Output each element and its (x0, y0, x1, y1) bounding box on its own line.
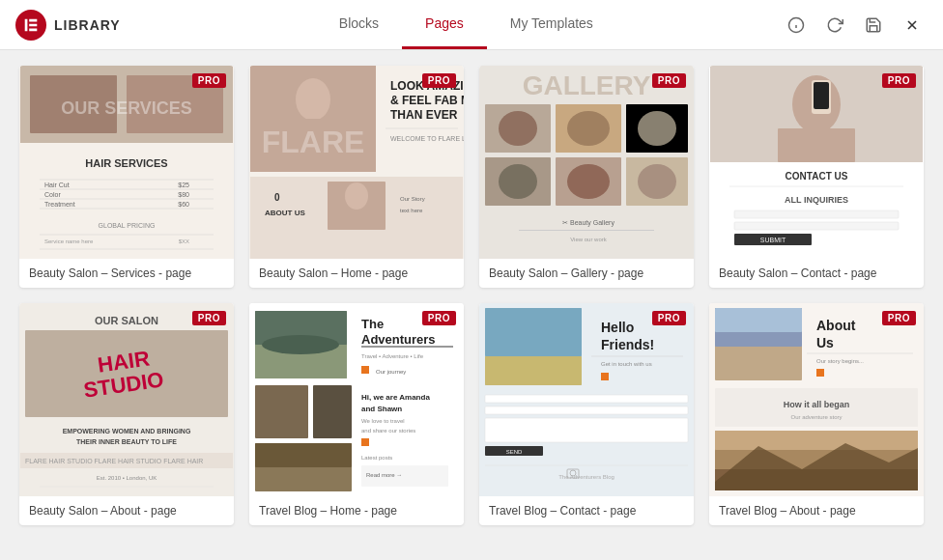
tab-pages[interactable]: Pages (402, 0, 487, 49)
svg-text:✂ Beauty Gallery: ✂ Beauty Gallery (562, 219, 614, 227)
svg-text:The: The (361, 317, 384, 331)
svg-point-51 (499, 111, 537, 146)
pro-badge: PRO (422, 311, 456, 325)
svg-text:and Shawn: and Shawn (361, 405, 402, 413)
svg-text:Our adventure story: Our adventure story (790, 414, 842, 420)
template-card-beauty-contact[interactable]: CONTACT US ALL INQUIRIES SUBMIT PRO Beau… (709, 66, 924, 288)
header-tabs: Blocks Pages My Templates (152, 0, 781, 49)
header-actions (781, 10, 928, 41)
tab-blocks[interactable]: Blocks (316, 0, 402, 49)
svg-rect-111 (485, 308, 582, 356)
pro-badge: PRO (422, 73, 456, 88)
svg-text:Hair Cut: Hair Cut (44, 182, 70, 188)
svg-text:GALLERY: GALLERY (523, 70, 651, 100)
svg-text:ABOUT US: ABOUT US (265, 209, 305, 217)
refresh-icon (826, 16, 843, 34)
svg-text:Adventurers: Adventurers (361, 332, 436, 347)
svg-rect-118 (485, 395, 688, 403)
svg-text:Hello: Hello (601, 320, 634, 335)
thumbnail-svg: CONTACT US ALL INQUIRIES SUBMIT (709, 66, 924, 259)
svg-text:About: About (816, 318, 856, 333)
svg-text:GLOBAL PRICING: GLOBAL PRICING (99, 222, 156, 229)
thumbnail-svg: About Us Our story begins... How it all … (709, 303, 924, 496)
svg-text:THAN EVER: THAN EVER (390, 108, 458, 122)
svg-text:Read more →: Read more → (366, 472, 402, 478)
svg-rect-135 (816, 369, 824, 377)
svg-text:Our Story: Our Story (400, 196, 425, 202)
pro-badge: PRO (192, 311, 226, 325)
pro-badge: PRO (882, 73, 916, 88)
svg-text:View our work: View our work (570, 237, 608, 242)
svg-rect-83 (20, 468, 233, 496)
logo: LIBRARY (15, 10, 121, 41)
logo-text: LIBRARY (54, 17, 121, 33)
svg-text:CONTACT US: CONTACT US (786, 171, 848, 182)
svg-text:& FEEL FAB MORE: & FEEL FAB MORE (390, 94, 464, 107)
app-container: LIBRARY Blocks Pages My Templates (0, 0, 943, 560)
svg-point-54 (499, 164, 537, 199)
thumbnail-travel-about: About Us Our story begins... How it all … (709, 303, 924, 496)
svg-text:0: 0 (274, 192, 280, 203)
template-card-beauty-home[interactable]: LOOK AMAZING & FEEL FAB MORE THAN EVER W… (249, 66, 464, 288)
content-area[interactable]: OUR SERVICES HAIR SERVICES Hair Cut $25 … (0, 50, 943, 560)
svg-rect-112 (485, 356, 582, 385)
svg-rect-103 (361, 438, 369, 446)
svg-rect-98 (313, 385, 352, 438)
svg-text:$80: $80 (178, 191, 189, 198)
pro-badge: PRO (652, 73, 686, 88)
svg-point-56 (638, 164, 676, 199)
svg-text:$XX: $XX (179, 238, 189, 244)
svg-text:Our journey: Our journey (376, 369, 406, 375)
template-label: Beauty Salon – About - page (19, 496, 234, 525)
svg-text:text here: text here (400, 208, 423, 213)
svg-text:Hi, we are Amanda: Hi, we are Amanda (361, 393, 430, 402)
info-button[interactable] (781, 10, 812, 41)
svg-text:Our story begins...: Our story begins... (816, 358, 864, 364)
svg-text:OUR SERVICES: OUR SERVICES (61, 98, 192, 118)
elementor-icon (22, 16, 40, 34)
svg-rect-70 (734, 222, 899, 230)
svg-text:How it all began: How it all began (784, 400, 850, 409)
save-button[interactable] (858, 10, 889, 41)
svg-text:Get in touch with us: Get in touch with us (601, 361, 652, 367)
thumbnail-svg: The Adventurers Travel • Adventure • Lif… (249, 303, 464, 496)
svg-rect-63 (778, 128, 855, 162)
template-card-travel-home[interactable]: The Adventurers Travel • Adventure • Lif… (249, 303, 464, 525)
template-card-beauty-services[interactable]: OUR SERVICES HAIR SERVICES Hair Cut $25 … (19, 66, 234, 288)
svg-text:Travel • Adventure • Life: Travel • Adventure • Life (361, 353, 424, 359)
thumbnail-beauty-contact: CONTACT US ALL INQUIRIES SUBMIT PRO (709, 66, 924, 259)
refresh-button[interactable] (819, 10, 850, 41)
svg-point-90 (262, 335, 339, 354)
svg-text:SEND: SEND (506, 449, 523, 455)
template-card-beauty-about[interactable]: OUR SALON HAIR STUDIO EMPOWERING WOMEN A… (19, 303, 234, 525)
svg-text:THEIR INNER BEAUTY TO LIFE: THEIR INNER BEAUTY TO LIFE (76, 438, 177, 445)
svg-rect-95 (361, 366, 369, 374)
thumbnail-svg: Hello Friends! Get in touch with us SEND (479, 303, 694, 496)
svg-text:Us: Us (816, 335, 834, 350)
svg-rect-105 (255, 443, 352, 467)
svg-text:ALL INQUIRIES: ALL INQUIRIES (785, 195, 848, 205)
svg-text:Friends!: Friends! (601, 337, 654, 352)
thumbnail-svg: OUR SALON HAIR STUDIO EMPOWERING WOMEN A… (19, 303, 234, 496)
template-card-travel-contact[interactable]: Hello Friends! Get in touch with us SEND (479, 303, 694, 525)
svg-rect-65 (814, 82, 829, 109)
thumbnail-svg: LOOK AMAZING & FEEL FAB MORE THAN EVER W… (249, 66, 464, 259)
svg-text:$25: $25 (178, 182, 189, 188)
thumbnail-beauty-home: LOOK AMAZING & FEEL FAB MORE THAN EVER W… (249, 66, 464, 259)
svg-text:Treatment: Treatment (44, 201, 75, 208)
template-card-travel-about[interactable]: About Us Our story begins... How it all … (709, 303, 924, 525)
template-label: Beauty Salon – Services - page (19, 259, 234, 288)
thumbnail-beauty-gallery: GALLERY (479, 66, 694, 259)
svg-point-28 (296, 78, 330, 121)
template-card-beauty-gallery[interactable]: GALLERY (479, 66, 694, 288)
template-label: Beauty Salon – Gallery - page (479, 259, 694, 288)
svg-text:FLARE: FLARE (262, 125, 365, 159)
info-icon (787, 16, 805, 34)
logo-icon (15, 10, 46, 41)
svg-rect-97 (255, 385, 308, 438)
tab-my-templates[interactable]: My Templates (487, 0, 616, 49)
svg-rect-120 (485, 418, 688, 442)
svg-text:Latest posts: Latest posts (361, 455, 392, 461)
close-button[interactable] (897, 10, 928, 41)
save-icon (865, 16, 882, 34)
